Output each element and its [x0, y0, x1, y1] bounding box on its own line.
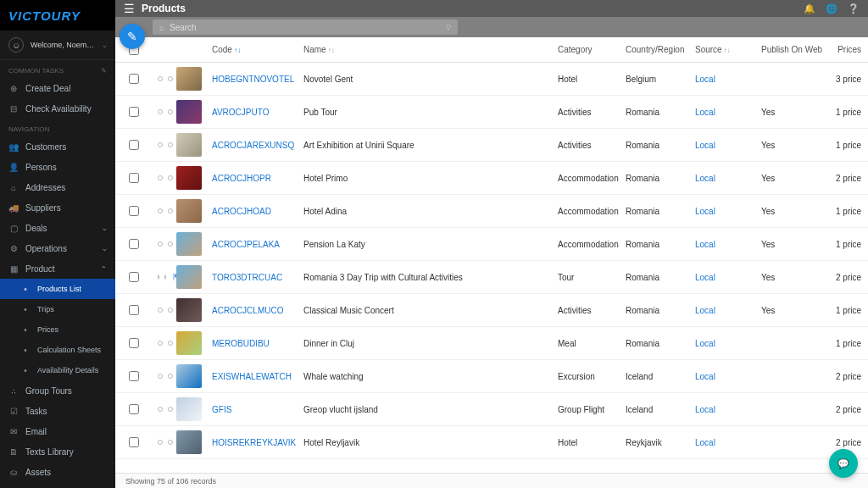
table-row[interactable]: EXISWHALEWATCH Whale watching Excursion … [115, 360, 868, 393]
row-actions[interactable] [153, 109, 176, 114]
sidebar-item-texts-library[interactable]: 🗎Texts Library [0, 441, 115, 462]
product-source-link[interactable]: Local [695, 207, 715, 216]
row-checkbox[interactable] [129, 173, 139, 183]
table-row[interactable]: HOISREKREYKJAVIK Hotel Reyljavik Hotel R… [115, 426, 868, 459]
table-row[interactable]: MEROBUDIBU Dinner in Cluj Meal Romania L… [115, 327, 868, 360]
table-row[interactable]: ACROCJPELAKA Pension La Katy Accommodati… [115, 228, 868, 261]
sidebar-item-addresses[interactable]: ⌂Addresses [0, 177, 115, 197]
product-thumbnail[interactable] [176, 364, 202, 388]
logo[interactable]: VICTOURY [0, 0, 115, 30]
product-thumbnail[interactable] [176, 166, 202, 190]
search-wrap[interactable]: ⌕ ▽ [153, 19, 458, 35]
row-checkbox[interactable] [129, 272, 139, 282]
row-actions[interactable]: ⇱ [153, 272, 176, 283]
product-code-link[interactable]: EXISWHALEWATCH [212, 372, 292, 381]
row-actions[interactable] [153, 308, 176, 313]
sidebar-item-deals[interactable]: ▢Deals⌵ [0, 218, 115, 238]
row-checkbox[interactable] [129, 140, 139, 150]
product-code-link[interactable]: ACROCJAREXUNSQ [212, 141, 294, 150]
product-thumbnail[interactable] [176, 100, 202, 124]
row-checkbox[interactable] [129, 404, 139, 414]
product-thumbnail[interactable] [176, 331, 202, 355]
user-box[interactable]: ☺ Welcome, Noemi Valics ...! ⌵ [0, 30, 115, 60]
sidebar-item-customers[interactable]: 👥Customers [0, 136, 115, 157]
chat-bubble[interactable]: 💬 [829, 449, 858, 478]
col-web[interactable]: Publish On Web [761, 45, 831, 54]
product-thumbnail[interactable] [176, 199, 202, 223]
table-row[interactable]: ACROCJAREXUNSQ Art Exhibition at Unirii … [115, 129, 868, 162]
row-actions[interactable] [153, 208, 176, 214]
sidebar-item-insights[interactable]: 📊Insights [0, 482, 115, 488]
sidebar-item-email[interactable]: ✉Email [0, 421, 115, 441]
row-checkbox[interactable] [129, 107, 139, 117]
wand-icon[interactable]: ✎ [101, 67, 107, 75]
product-thumbnail[interactable] [176, 397, 202, 421]
sidebar-subitem-availability-details[interactable]: •Availability Details [0, 360, 115, 380]
col-code[interactable]: Code↑↓ [212, 45, 303, 54]
sidebar-subitem-products-list[interactable]: •Products List [0, 279, 115, 299]
col-category[interactable]: Category [558, 45, 626, 54]
sidebar-subitem-calculation-sheets[interactable]: •Calculation Sheets [0, 340, 115, 360]
create-fab[interactable]: ✎ [120, 24, 145, 49]
row-checkbox[interactable] [129, 74, 139, 84]
col-name[interactable]: Name↑↓ [303, 45, 558, 54]
row-checkbox[interactable] [129, 371, 139, 381]
row-actions[interactable] [153, 142, 176, 147]
row-actions[interactable] [153, 341, 176, 346]
product-code-link[interactable]: AVROCJPUTO [212, 108, 269, 117]
sidebar-item-operations[interactable]: ⚙Operations⌵ [0, 238, 115, 258]
product-thumbnail[interactable] [176, 298, 202, 322]
row-checkbox[interactable] [129, 206, 139, 216]
product-source-link[interactable]: Local [695, 240, 715, 249]
product-source-link[interactable]: Local [695, 141, 715, 150]
product-source-link[interactable]: Local [695, 438, 715, 447]
row-actions[interactable] [153, 440, 176, 445]
globe-icon[interactable]: 🌐 [826, 3, 837, 14]
row-checkbox[interactable] [129, 305, 139, 315]
table-row[interactable]: GFIS Greop vlucht ijsland Group Flight I… [115, 393, 868, 426]
product-source-link[interactable]: Local [695, 339, 715, 348]
row-actions[interactable] [153, 407, 176, 412]
col-region[interactable]: Country/Region [626, 45, 695, 54]
table-row[interactable]: ACROCJCLMUCO Classical Music Concert Act… [115, 294, 868, 327]
product-code-link[interactable]: HOBEGNTNOVOTEL [212, 75, 294, 84]
product-source-link[interactable]: Local [695, 372, 715, 381]
row-actions[interactable] [153, 175, 176, 180]
row-actions[interactable] [153, 374, 176, 379]
product-source-link[interactable]: Local [695, 306, 715, 315]
sidebar-item-tasks[interactable]: ☑Tasks [0, 401, 115, 421]
product-thumbnail[interactable] [176, 133, 202, 157]
product-thumbnail[interactable] [176, 67, 202, 91]
product-code-link[interactable]: GFIS [212, 405, 231, 414]
product-source-link[interactable]: Local [695, 273, 715, 282]
table-row[interactable]: HOBEGNTNOVOTEL Novotel Gent Hotel Belgiu… [115, 63, 868, 96]
product-code-link[interactable]: ACROCJHOPR [212, 174, 271, 183]
product-thumbnail[interactable] [176, 430, 202, 454]
row-actions[interactable] [153, 241, 176, 247]
row-actions[interactable] [153, 76, 176, 81]
sidebar-item-assets[interactable]: ⛀Assets [0, 462, 115, 482]
col-source[interactable]: Source↑↓ [695, 45, 761, 54]
product-code-link[interactable]: HOISREKREYKJAVIK [212, 438, 296, 447]
table-row[interactable]: AVROCJPUTO Pub Tour Activities Romania L… [115, 96, 868, 129]
table-row[interactable]: ACROCJHOPR Hotel Primo Accommodation Rom… [115, 162, 868, 195]
sidebar-item-check-availability[interactable]: ⊟Check Availability [0, 98, 115, 119]
caret-down-icon[interactable]: ▽ [446, 24, 451, 31]
product-code-link[interactable]: ACROCJPELAKA [212, 240, 280, 249]
product-source-link[interactable]: Local [695, 405, 715, 414]
col-prices[interactable]: Prices [831, 45, 868, 54]
row-checkbox[interactable] [129, 239, 139, 249]
sidebar-subitem-trips[interactable]: •Trips [0, 299, 115, 319]
product-code-link[interactable]: ACROCJCLMUCO [212, 306, 283, 315]
product-source-link[interactable]: Local [695, 174, 715, 183]
product-source-link[interactable]: Local [695, 75, 715, 84]
sidebar-item-create-deal[interactable]: ⊕Create Deal [0, 78, 115, 98]
product-thumbnail[interactable] [176, 265, 202, 289]
row-checkbox[interactable] [129, 437, 139, 447]
hamburger-icon[interactable]: ☰ [124, 2, 135, 15]
table-row[interactable]: ⇱ TORO3DTRCUAC Romania 3 Day Trip with C… [115, 261, 868, 294]
product-code-link[interactable]: TORO3DTRCUAC [212, 273, 282, 282]
search-input[interactable] [170, 23, 441, 32]
product-thumbnail[interactable] [176, 232, 202, 256]
help-icon[interactable]: ❔ [848, 3, 860, 14]
